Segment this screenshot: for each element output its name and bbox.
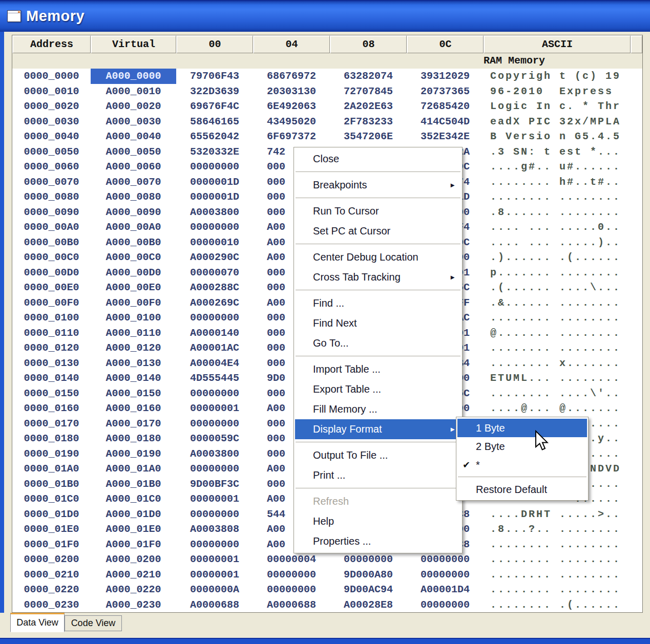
table-row[interactable]: 0000_0200A000_02000000000100000004000000…	[12, 552, 642, 567]
cell-c00[interactable]: A0003800	[176, 446, 253, 462]
cell-ascii[interactable]: @....... ........	[484, 326, 631, 341]
menu-item-output-to-file[interactable]: Output To File ...	[295, 445, 461, 465]
cell-c00[interactable]: 0000001D	[176, 175, 253, 190]
cell-addr[interactable]: 0000_01F0	[12, 537, 91, 552]
cell-virt[interactable]: A000_00A0	[91, 220, 176, 235]
cell-c00[interactable]: 0000000A	[176, 582, 253, 597]
cell-ascii[interactable]: ........ ........	[484, 567, 631, 583]
table-row[interactable]: 0000_0220A000_02200000000A000000009D00AC…	[12, 582, 642, 597]
cell-virt[interactable]: A000_0140	[91, 371, 176, 386]
cell-virt[interactable]: A000_0130	[91, 356, 176, 371]
cell-virt[interactable]: A000_0180	[91, 431, 176, 446]
cell-c00[interactable]: 0000059C	[176, 431, 253, 446]
menu-item-set-pc-at-cursor[interactable]: Set PC at Cursor	[295, 221, 461, 241]
menu-item-close[interactable]: Close	[295, 149, 461, 169]
cell-c0c[interactable]: 72685420	[407, 99, 484, 114]
cell-addr[interactable]: 0000_0200	[12, 552, 91, 567]
cell-c0c[interactable]: 352E342E	[407, 129, 484, 144]
cell-addr[interactable]: 0000_0130	[12, 356, 91, 371]
menu-item-display-format[interactable]: Display Format►	[295, 419, 461, 439]
cell-virt[interactable]: A000_0150	[91, 386, 176, 401]
column-header-08[interactable]: 08	[330, 35, 407, 53]
menu-item-help[interactable]: Help	[295, 511, 461, 531]
cell-addr[interactable]: 0000_00F0	[12, 295, 91, 311]
cell-c08[interactable]: 2F783233	[330, 114, 407, 130]
cell-ascii[interactable]: .8...... ........	[484, 205, 631, 220]
cell-c04[interactable]: 20303130	[253, 84, 330, 99]
cell-c00[interactable]: 00000000	[176, 310, 253, 326]
cell-ascii[interactable]: ....g#.. u#......	[484, 159, 631, 175]
cell-addr[interactable]: 0000_0070	[12, 175, 91, 190]
cell-ascii[interactable]: ........ .(......	[484, 597, 631, 613]
menu-item-1-byte[interactable]: 1 Byte	[457, 419, 587, 437]
cell-addr[interactable]: 0000_0040	[12, 129, 91, 144]
cell-c08[interactable]: 00000000	[330, 552, 407, 567]
cell-virt[interactable]: A000_0100	[91, 310, 176, 326]
menu-item-properties[interactable]: Properties ...	[295, 531, 461, 551]
menu-item-[interactable]: ✔*	[457, 456, 587, 474]
menu-item-go-to[interactable]: Go To...	[295, 333, 461, 353]
cell-c00[interactable]: 00000000	[176, 507, 253, 522]
cell-addr[interactable]: 0000_01E0	[12, 522, 91, 537]
cell-c0c[interactable]: 00000000	[407, 597, 484, 613]
cell-ascii[interactable]: .)...... .(......	[484, 250, 631, 265]
tab-data-view[interactable]: Data View	[10, 613, 65, 632]
menu-item-2-byte[interactable]: 2 Byte	[457, 437, 587, 456]
cell-c00[interactable]: 00000001	[176, 567, 253, 583]
cell-ascii[interactable]: .8...?.. ........	[484, 522, 631, 537]
cell-c00[interactable]: 79706F43	[176, 69, 253, 84]
cell-addr[interactable]: 0000_0190	[12, 446, 91, 462]
cell-addr[interactable]: 0000_0110	[12, 326, 91, 341]
cell-virt[interactable]: A000_01E0	[91, 522, 176, 537]
cell-c0c[interactable]: 00000000	[407, 552, 484, 567]
table-row[interactable]: 0000_0230A000_0230A0000688A0000688A00028…	[12, 597, 642, 613]
cell-virt[interactable]: A000_0190	[91, 446, 176, 462]
cell-virt[interactable]: A000_0230	[91, 597, 176, 613]
cell-ascii[interactable]: eadX PIC 32x/MPLA	[484, 114, 631, 130]
cell-virt[interactable]: A000_01A0	[91, 461, 176, 477]
cell-addr[interactable]: 0000_0010	[12, 84, 91, 99]
cell-addr[interactable]: 0000_0140	[12, 371, 91, 386]
cell-c00[interactable]: A00001AC	[176, 340, 253, 356]
cell-addr[interactable]: 0000_0000	[12, 69, 91, 84]
cell-addr[interactable]: 0000_00C0	[12, 250, 91, 265]
cell-virt[interactable]: A000_01D0	[91, 507, 176, 522]
cell-virt[interactable]: A000_0110	[91, 326, 176, 341]
cell-addr[interactable]: 0000_00E0	[12, 280, 91, 295]
cell-ascii[interactable]: ....DRHT .....>..	[484, 507, 631, 522]
column-header-04[interactable]: 04	[253, 35, 330, 53]
cell-c0c[interactable]: 414C504D	[407, 114, 484, 130]
cell-ascii[interactable]: p....... ........	[484, 265, 631, 281]
cell-virt[interactable]: A000_0090	[91, 205, 176, 220]
menu-item-find-next[interactable]: Find Next	[295, 313, 461, 333]
cell-c00[interactable]: 9D00BF3C	[176, 477, 253, 492]
cell-addr[interactable]: 0000_01D0	[12, 507, 91, 522]
cell-addr[interactable]: 0000_0220	[12, 582, 91, 597]
cell-c00[interactable]: 58646165	[176, 114, 253, 130]
cell-addr[interactable]: 0000_0020	[12, 99, 91, 114]
cell-ascii[interactable]: ETUML... ........	[484, 371, 631, 386]
cell-ascii[interactable]: ........ ........	[484, 189, 631, 205]
cell-ascii[interactable]: 96-2010 Express	[484, 84, 631, 99]
menu-item-export-table[interactable]: Export Table ...	[295, 379, 461, 399]
cell-c00[interactable]: 5320332E	[176, 144, 253, 160]
menu-item-restore-default[interactable]: Restore Default	[457, 480, 587, 499]
menu-item-fill-memory[interactable]: Fill Memory ...	[295, 399, 461, 419]
menu-item-refresh[interactable]: Refresh	[295, 491, 461, 511]
cell-c00[interactable]: 00000000	[176, 416, 253, 432]
table-row[interactable]: 0000_0040A000_0040655620426F697372354720…	[12, 129, 642, 144]
cell-c0c[interactable]: A00001D4	[407, 582, 484, 597]
cell-virt[interactable]: A000_01B0	[91, 477, 176, 492]
column-header-ascii[interactable]: ASCII	[484, 35, 631, 53]
cell-virt[interactable]: A000_0000	[91, 69, 176, 84]
cell-ascii[interactable]: ....@... @.......	[484, 401, 631, 416]
cell-addr[interactable]: 0000_01C0	[12, 491, 91, 507]
cell-virt[interactable]: A000_0160	[91, 401, 176, 416]
cell-addr[interactable]: 0000_01A0	[12, 461, 91, 477]
column-header-address[interactable]: Address	[12, 35, 91, 53]
cell-ascii[interactable]: ........ ........	[484, 340, 631, 356]
cell-c04[interactable]: 00000000	[253, 582, 330, 597]
cell-addr[interactable]: 0000_0060	[12, 159, 91, 175]
cell-addr[interactable]: 0000_0080	[12, 189, 91, 205]
cell-c04[interactable]: 6F697372	[253, 129, 330, 144]
